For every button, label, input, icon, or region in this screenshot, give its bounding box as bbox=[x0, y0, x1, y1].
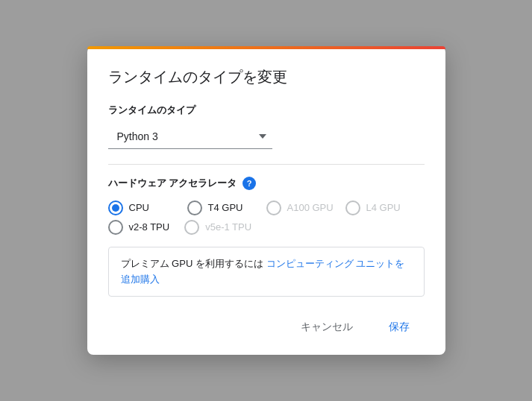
radio-label-l4gpu: L4 GPU bbox=[366, 202, 401, 213]
radio-item-v5e1tpu: v5e-1 TPU bbox=[184, 220, 251, 235]
dialog-title: ランタイムのタイプを変更 bbox=[108, 67, 425, 87]
save-button[interactable]: 保存 bbox=[374, 315, 425, 340]
dialog-backdrop: ランタイムのタイプを変更 ランタイムのタイプ Python 3 Python 2… bbox=[0, 0, 532, 401]
dialog: ランタイムのタイプを変更 ランタイムのタイプ Python 3 Python 2… bbox=[87, 46, 445, 356]
radio-circle-t4gpu bbox=[187, 200, 202, 215]
radio-circle-v28tpu bbox=[108, 220, 123, 235]
radio-item-a100gpu: A100 GPU bbox=[266, 200, 345, 215]
help-icon[interactable]: ? bbox=[242, 177, 256, 190]
section-divider bbox=[108, 164, 425, 165]
info-text-before-link: プレミアム GPU を利用するには bbox=[121, 258, 266, 269]
radio-item-cpu[interactable]: CPU bbox=[108, 200, 187, 215]
radio-item-l4gpu: L4 GPU bbox=[345, 200, 425, 215]
hardware-header: ハードウェア アクセラレータ ? bbox=[108, 177, 425, 190]
runtime-select-wrapper: Python 3 Python 2 bbox=[108, 124, 272, 149]
dialog-actions: キャンセル 保存 bbox=[108, 315, 425, 340]
top-bar-decoration bbox=[87, 46, 445, 49]
radio-circle-v5e1tpu bbox=[184, 220, 199, 235]
radio-label-cpu: CPU bbox=[129, 202, 149, 213]
radio-circle-cpu bbox=[108, 200, 123, 215]
radio-circle-l4gpu bbox=[345, 200, 360, 215]
info-box: プレミアム GPU を利用するには コンピューティング ユニットを追加購入 bbox=[108, 247, 425, 297]
hardware-label: ハードウェア アクセラレータ bbox=[108, 177, 237, 190]
radio-item-t4gpu[interactable]: T4 GPU bbox=[187, 200, 266, 215]
radio-label-v5e1tpu: v5e-1 TPU bbox=[205, 221, 251, 233]
radio-item-v28tpu[interactable]: v2-8 TPU bbox=[108, 220, 170, 235]
hardware-options-row1: CPU T4 GPU A100 GPU L4 GPU bbox=[108, 200, 425, 215]
radio-label-a100gpu: A100 GPU bbox=[287, 202, 334, 213]
runtime-select[interactable]: Python 3 Python 2 bbox=[108, 124, 272, 149]
radio-circle-a100gpu bbox=[266, 200, 281, 215]
radio-label-v28tpu: v2-8 TPU bbox=[129, 221, 170, 233]
runtime-type-label: ランタイムのタイプ bbox=[108, 104, 425, 117]
radio-label-t4gpu: T4 GPU bbox=[208, 202, 243, 213]
cancel-button[interactable]: キャンセル bbox=[286, 315, 368, 340]
hardware-options-row2: v2-8 TPU v5e-1 TPU bbox=[108, 220, 425, 235]
